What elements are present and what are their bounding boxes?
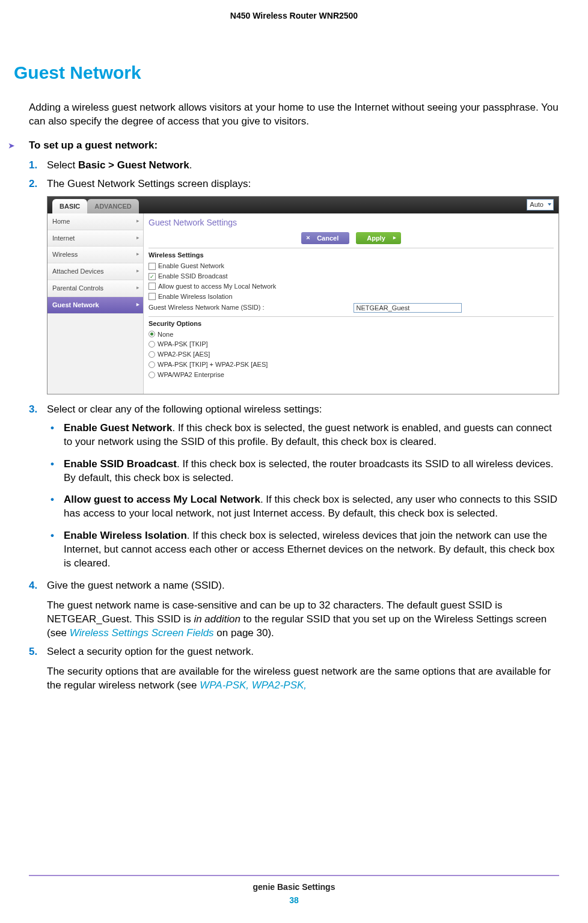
wireless-settings-link[interactable]: Wireless Settings Screen Fields: [70, 627, 214, 639]
step-5-text: Select a security option for the guest n…: [47, 646, 254, 657]
apply-button[interactable]: Apply: [356, 232, 401, 245]
step-4-text: Give the guest network a name (SSID).: [47, 580, 225, 591]
step-4-p-c: on page 30).: [214, 627, 274, 639]
checkbox-enable-ssid[interactable]: ✓: [149, 273, 156, 280]
bullet-enable-guest: Enable Guest Network. If this check box …: [64, 422, 559, 449]
step-4-p-italic: in addition: [194, 613, 240, 625]
divider-2: [149, 316, 554, 317]
wpa-link[interactable]: WPA-PSK, WPA2-PSK,: [200, 679, 307, 691]
step-4: Give the guest network a name (SSID). Th…: [29, 579, 559, 640]
bullet-allow-local: Allow guest to access My Local Network. …: [64, 493, 559, 521]
bullet-enable-ssid-title: Enable SSID Broadcast: [64, 458, 177, 470]
intro-paragraph: Adding a wireless guest network allows v…: [29, 101, 559, 129]
radio-wpa-wpa2-label: WPA-PSK [TKIP] + WPA2-PSK [AES]: [158, 360, 268, 369]
step-5: Select a security option for the guest n…: [29, 645, 559, 693]
checkbox-enable-ssid-label: Enable SSID Broadcast: [158, 272, 228, 281]
checkbox-enable-guest[interactable]: [149, 263, 156, 270]
checkbox-enable-guest-label: Enable Guest Network: [158, 262, 224, 271]
radio-enterprise-label: WPA/WPA2 Enterprise: [158, 370, 224, 379]
wireless-settings-label: Wireless Settings: [149, 251, 554, 260]
panel-title: Guest Network Settings: [149, 216, 554, 232]
auto-dropdown[interactable]: Auto: [527, 199, 554, 210]
tab-basic[interactable]: BASIC: [52, 199, 87, 214]
settings-screenshot: BASIC ADVANCED Auto Home Internet Wirele…: [47, 196, 559, 394]
sidebar-item-wireless[interactable]: Wireless: [47, 247, 143, 263]
footer-page-number: 38: [0, 895, 588, 905]
sidebar-item-attached-devices[interactable]: Attached Devices: [47, 263, 143, 280]
ssid-input[interactable]: [354, 303, 462, 313]
checkbox-wireless-isolation[interactable]: [149, 293, 156, 300]
step-3: Select or clear any of the following opt…: [29, 403, 559, 571]
procedure-marker-icon: ➤: [8, 141, 29, 150]
ss-main-panel: Guest Network Settings Cancel Apply Wire…: [144, 213, 559, 394]
sidebar-item-parental-controls[interactable]: Parental Controls: [47, 280, 143, 297]
tab-advanced[interactable]: ADVANCED: [87, 199, 139, 214]
radio-none-label: None: [158, 330, 173, 339]
cancel-button[interactable]: Cancel: [301, 232, 349, 245]
sidebar-item-home[interactable]: Home: [47, 213, 143, 230]
divider: [149, 248, 554, 248]
security-options-label: Security Options: [149, 319, 554, 328]
footer-divider: [29, 875, 559, 876]
radio-wpa-psk[interactable]: [149, 341, 155, 348]
ssid-label: Guest Wireless Network Name (SSID) :: [149, 303, 265, 312]
bullet-isolation-title: Enable Wireless Isolation: [64, 530, 187, 541]
radio-wpa-psk-label: WPA-PSK [TKIP]: [158, 340, 208, 349]
step-1-pre: Select: [47, 159, 78, 171]
step-1-post: .: [189, 159, 192, 171]
radio-wpa-wpa2[interactable]: [149, 361, 155, 368]
step-5-paragraph: The security options that are available …: [47, 665, 559, 693]
page-footer: genie Basic Settings 38: [0, 875, 588, 905]
procedure-heading: To set up a guest network:: [29, 140, 158, 152]
radio-wpa2-psk[interactable]: [149, 351, 155, 358]
bullet-isolation: Enable Wireless Isolation. If this check…: [64, 529, 559, 571]
section-title: Guest Network: [14, 63, 559, 83]
footer-text: genie Basic Settings: [0, 882, 588, 892]
step-1-bold: Basic > Guest Network: [78, 159, 189, 171]
checkbox-allow-local[interactable]: [149, 283, 156, 290]
checkbox-allow-local-label: Allow guest to access My Local Network: [158, 282, 276, 291]
checkbox-wireless-isolation-label: Enable Wireless Isolation: [158, 292, 233, 301]
step-2: The Guest Network Settings screen displa…: [29, 177, 559, 394]
ss-sidebar: Home Internet Wireless Attached Devices …: [47, 213, 144, 394]
radio-wpa2-psk-label: WPA2-PSK [AES]: [158, 350, 210, 359]
sidebar-item-internet[interactable]: Internet: [47, 230, 143, 247]
ss-topbar: BASIC ADVANCED Auto: [47, 197, 559, 213]
radio-none[interactable]: [149, 331, 155, 337]
step-1: Select Basic > Guest Network.: [29, 159, 559, 173]
step-4-paragraph: The guest network name is case-sensitive…: [47, 599, 559, 640]
step-3-text: Select or clear any of the following opt…: [47, 403, 322, 415]
bullet-enable-ssid: Enable SSID Broadcast. If this check box…: [64, 458, 559, 485]
sidebar-item-guest-network[interactable]: Guest Network: [47, 297, 143, 314]
bullet-allow-local-title: Allow guest to access My Local Network: [64, 494, 260, 505]
step-2-text: The Guest Network Settings screen displa…: [47, 178, 251, 189]
document-header: N450 Wireless Router WNR2500: [29, 11, 559, 20]
bullet-enable-guest-title: Enable Guest Network: [64, 422, 172, 434]
radio-enterprise[interactable]: [149, 372, 155, 378]
